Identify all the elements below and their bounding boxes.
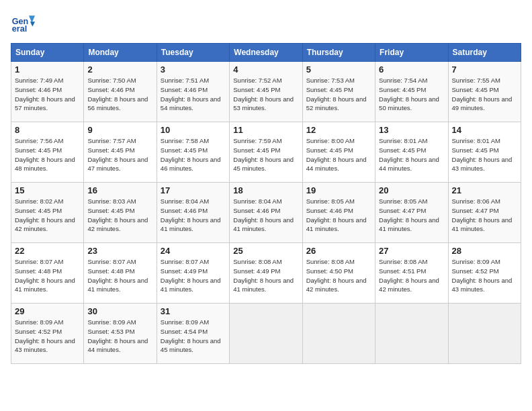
calendar-cell: 14 Sunrise: 8:01 AMSunset: 4:45 PMDaylig… (448, 122, 521, 183)
day-info: Sunrise: 8:08 AMSunset: 4:49 PMDaylight:… (233, 257, 298, 294)
day-info: Sunrise: 8:09 AMSunset: 4:54 PMDaylight:… (161, 318, 226, 355)
calendar-cell (302, 304, 375, 364)
calendar-cell: 15 Sunrise: 8:02 AMSunset: 4:45 PMDaylig… (11, 183, 84, 243)
day-info: Sunrise: 7:58 AMSunset: 4:45 PMDaylight:… (161, 136, 226, 173)
day-number: 6 (379, 64, 444, 75)
svg-marker-3 (30, 21, 35, 26)
day-info: Sunrise: 8:01 AMSunset: 4:45 PMDaylight:… (452, 136, 517, 173)
svg-text:eral: eral (12, 24, 27, 34)
calendar-week-row-1: 1 Sunrise: 7:49 AMSunset: 4:46 PMDayligh… (11, 62, 521, 122)
day-number: 12 (306, 125, 371, 135)
day-number: 24 (161, 246, 226, 256)
calendar-cell: 28 Sunrise: 8:09 AMSunset: 4:52 PMDaylig… (448, 243, 521, 304)
calendar-cell: 25 Sunrise: 8:08 AMSunset: 4:49 PMDaylig… (230, 243, 302, 304)
weekday-header-thursday: Thursday (302, 44, 375, 62)
calendar-cell: 21 Sunrise: 8:06 AMSunset: 4:47 PMDaylig… (448, 183, 521, 243)
day-info: Sunrise: 7:53 AMSunset: 4:45 PMDaylight:… (306, 76, 371, 113)
day-info: Sunrise: 7:54 AMSunset: 4:45 PMDaylight:… (379, 76, 444, 113)
logo: Gen eral (11, 11, 38, 35)
day-number: 31 (161, 306, 226, 316)
day-info: Sunrise: 7:52 AMSunset: 4:45 PMDaylight:… (233, 76, 298, 113)
day-info: Sunrise: 7:50 AMSunset: 4:46 PMDaylight:… (87, 76, 152, 113)
day-info: Sunrise: 8:07 AMSunset: 4:48 PMDaylight:… (87, 257, 152, 294)
calendar-cell (230, 304, 302, 364)
day-number: 1 (15, 64, 80, 75)
calendar-week-row-3: 15 Sunrise: 8:02 AMSunset: 4:45 PMDaylig… (11, 183, 521, 243)
day-number: 13 (379, 125, 444, 135)
day-info: Sunrise: 7:56 AMSunset: 4:45 PMDaylight:… (15, 136, 80, 173)
calendar-cell: 29 Sunrise: 8:09 AMSunset: 4:52 PMDaylig… (11, 304, 84, 364)
weekday-header-friday: Friday (375, 44, 448, 62)
calendar-cell: 3 Sunrise: 7:51 AMSunset: 4:46 PMDayligh… (157, 62, 229, 122)
day-info: Sunrise: 8:07 AMSunset: 4:48 PMDaylight:… (15, 257, 80, 294)
calendar-cell: 17 Sunrise: 8:04 AMSunset: 4:46 PMDaylig… (157, 183, 229, 243)
day-number: 7 (452, 64, 517, 75)
calendar-cell: 20 Sunrise: 8:05 AMSunset: 4:47 PMDaylig… (375, 183, 448, 243)
day-number: 25 (233, 246, 298, 256)
calendar-cell: 16 Sunrise: 8:03 AMSunset: 4:45 PMDaylig… (84, 183, 157, 243)
day-number: 18 (233, 185, 298, 195)
day-number: 9 (87, 125, 152, 135)
day-number: 27 (379, 246, 444, 256)
day-number: 2 (87, 64, 152, 75)
day-number: 29 (15, 306, 80, 316)
calendar-cell: 18 Sunrise: 8:04 AMSunset: 4:46 PMDaylig… (230, 183, 302, 243)
calendar-week-row-4: 22 Sunrise: 8:07 AMSunset: 4:48 PMDaylig… (11, 243, 521, 304)
calendar-cell: 26 Sunrise: 8:08 AMSunset: 4:50 PMDaylig… (302, 243, 375, 304)
day-info: Sunrise: 8:03 AMSunset: 4:45 PMDaylight:… (87, 197, 152, 234)
day-info: Sunrise: 8:04 AMSunset: 4:46 PMDaylight:… (161, 197, 226, 234)
day-number: 19 (306, 185, 371, 195)
weekday-header-tuesday: Tuesday (157, 44, 229, 62)
day-info: Sunrise: 8:01 AMSunset: 4:45 PMDaylight:… (379, 136, 444, 173)
day-number: 10 (161, 125, 226, 135)
day-info: Sunrise: 8:05 AMSunset: 4:46 PMDaylight:… (306, 197, 371, 234)
day-number: 21 (452, 185, 517, 195)
day-number: 28 (452, 246, 517, 256)
day-number: 15 (15, 185, 80, 195)
day-info: Sunrise: 8:09 AMSunset: 4:53 PMDaylight:… (87, 318, 152, 355)
calendar-cell: 7 Sunrise: 7:55 AMSunset: 4:45 PMDayligh… (448, 62, 521, 122)
day-number: 26 (306, 246, 371, 256)
calendar-cell: 10 Sunrise: 7:58 AMSunset: 4:45 PMDaylig… (157, 122, 229, 183)
day-info: Sunrise: 7:49 AMSunset: 4:46 PMDaylight:… (15, 76, 80, 113)
calendar-table: SundayMondayTuesdayWednesdayThursdayFrid… (11, 43, 521, 364)
day-number: 5 (306, 64, 371, 75)
calendar-cell: 24 Sunrise: 8:07 AMSunset: 4:49 PMDaylig… (157, 243, 229, 304)
calendar-cell: 31 Sunrise: 8:09 AMSunset: 4:54 PMDaylig… (157, 304, 229, 364)
calendar-cell: 22 Sunrise: 8:07 AMSunset: 4:48 PMDaylig… (11, 243, 84, 304)
calendar-cell: 9 Sunrise: 7:57 AMSunset: 4:45 PMDayligh… (84, 122, 157, 183)
day-number: 4 (233, 64, 298, 75)
page-header: Gen eral (11, 11, 521, 35)
logo-icon: Gen eral (11, 11, 35, 35)
day-number: 20 (379, 185, 444, 195)
calendar-cell: 13 Sunrise: 8:01 AMSunset: 4:45 PMDaylig… (375, 122, 448, 183)
day-info: Sunrise: 8:09 AMSunset: 4:52 PMDaylight:… (15, 318, 80, 355)
day-info: Sunrise: 7:55 AMSunset: 4:45 PMDaylight:… (452, 76, 517, 113)
weekday-header-sunday: Sunday (11, 44, 84, 62)
calendar-cell: 1 Sunrise: 7:49 AMSunset: 4:46 PMDayligh… (11, 62, 84, 122)
weekday-header-monday: Monday (84, 44, 157, 62)
calendar-cell: 30 Sunrise: 8:09 AMSunset: 4:53 PMDaylig… (84, 304, 157, 364)
day-number: 22 (15, 246, 80, 256)
calendar-cell (375, 304, 448, 364)
day-info: Sunrise: 8:06 AMSunset: 4:47 PMDaylight:… (452, 197, 517, 234)
day-info: Sunrise: 8:00 AMSunset: 4:45 PMDaylight:… (306, 136, 371, 173)
day-info: Sunrise: 8:02 AMSunset: 4:45 PMDaylight:… (15, 197, 80, 234)
calendar-header-row: SundayMondayTuesdayWednesdayThursdayFrid… (11, 44, 521, 62)
day-number: 3 (161, 64, 226, 75)
day-info: Sunrise: 8:05 AMSunset: 4:47 PMDaylight:… (379, 197, 444, 234)
calendar-cell: 4 Sunrise: 7:52 AMSunset: 4:45 PMDayligh… (230, 62, 302, 122)
calendar-cell: 8 Sunrise: 7:56 AMSunset: 4:45 PMDayligh… (11, 122, 84, 183)
weekday-header-saturday: Saturday (448, 44, 521, 62)
calendar-cell: 19 Sunrise: 8:05 AMSunset: 4:46 PMDaylig… (302, 183, 375, 243)
day-info: Sunrise: 8:08 AMSunset: 4:50 PMDaylight:… (306, 257, 371, 294)
calendar-week-row-5: 29 Sunrise: 8:09 AMSunset: 4:52 PMDaylig… (11, 304, 521, 364)
day-number: 8 (15, 125, 80, 135)
day-info: Sunrise: 7:57 AMSunset: 4:45 PMDaylight:… (87, 136, 152, 173)
day-number: 30 (87, 306, 152, 316)
calendar-cell: 11 Sunrise: 7:59 AMSunset: 4:45 PMDaylig… (230, 122, 302, 183)
day-number: 17 (161, 185, 226, 195)
day-info: Sunrise: 8:08 AMSunset: 4:51 PMDaylight:… (379, 257, 444, 294)
calendar-cell: 23 Sunrise: 8:07 AMSunset: 4:48 PMDaylig… (84, 243, 157, 304)
calendar-cell: 2 Sunrise: 7:50 AMSunset: 4:46 PMDayligh… (84, 62, 157, 122)
